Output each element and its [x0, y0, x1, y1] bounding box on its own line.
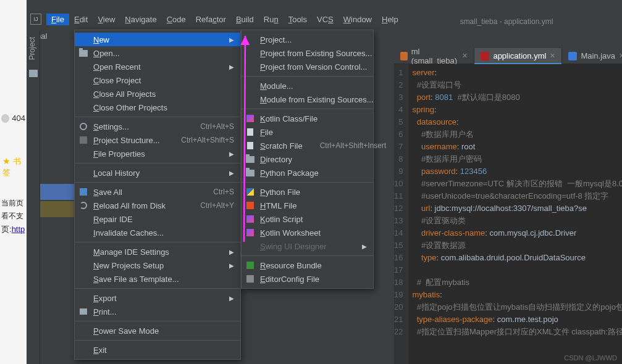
- bun-icon: [245, 260, 255, 270]
- file-menu-item-repair-ide[interactable]: Repair IDE: [75, 212, 240, 226]
- gear-icon: [78, 122, 88, 131]
- menu-help[interactable]: Help: [377, 14, 403, 25]
- code-line: port: 8081 #默认端口是8080: [412, 91, 622, 104]
- file-menu-item-exit[interactable]: Exit: [75, 343, 240, 357]
- editor[interactable]: 12345678910111213141516171819202122 serv…: [394, 64, 622, 364]
- tab-ml-small-tieba-[interactable]: ml (small_tieba)✕: [394, 48, 474, 64]
- menu-vcs[interactable]: VCS: [312, 14, 338, 25]
- chevron-right-icon: ▶: [229, 64, 234, 70]
- code-line: #serverTimezone=UTC 解决市区的报错 一般mysql是8.0以: [412, 178, 622, 190]
- new-menu-item-project-from-existing-sources[interactable]: Project from Existing Sources...: [242, 46, 373, 60]
- code-line: #指定位置扫描Mapper接口对应的XML文件 classpath:路径下: [412, 326, 622, 338]
- new-menu-item-kotlin-script[interactable]: Kotlin Script: [242, 212, 373, 226]
- code-line: #设置端口号: [412, 79, 622, 91]
- new-menu-item-resource-bundle[interactable]: Resource Bundle: [242, 259, 373, 272]
- editor-tabs: ml (small_tieba)✕application.yml✕Main.ja…: [394, 48, 622, 64]
- chevron-right-icon: ▶: [229, 295, 234, 302]
- file-menu-item-save-all[interactable]: Save AllCtrl+S: [75, 185, 240, 199]
- file-menu-item-local-history[interactable]: Local History▶: [75, 166, 240, 180]
- new-menu-item-editorconfig-file[interactable]: EditorConfig File: [242, 272, 373, 286]
- file-menu-item-new-projects-setup[interactable]: New Projects Setup▶: [75, 259, 240, 272]
- new-submenu[interactable]: Project...Project from Existing Sources.…: [241, 30, 374, 289]
- code-line: # 配置mybatis: [412, 276, 622, 289]
- file-icon: [245, 141, 255, 151]
- file-menu-item-export[interactable]: Export▶: [75, 291, 240, 305]
- file-menu-item-open[interactable]: Open...: [75, 46, 240, 60]
- new-menu-item-module-from-existing-sources[interactable]: Module from Existing Sources...: [242, 93, 373, 106]
- folder-icon: [245, 154, 255, 164]
- browser-tab[interactable]: 404: [0, 111, 27, 125]
- code-area[interactable]: server: #设置端口号 port: 8081 #默认端口是8080spri…: [408, 64, 622, 364]
- new-menu-item-project-from-version-control[interactable]: Project from Version Control...: [242, 60, 373, 73]
- blank-icon: [78, 326, 88, 336]
- menu-edit[interactable]: Edit: [69, 14, 93, 25]
- file-menu-item-close-project[interactable]: Close Project: [75, 73, 240, 87]
- tool-window-bar[interactable]: Project: [27, 31, 40, 364]
- new-menu-item-html-file[interactable]: HTML File: [242, 199, 373, 212]
- file-menu-item-reload-all-from-disk[interactable]: Reload All from DiskCtrl+Alt+Y: [75, 199, 240, 212]
- new-menu-item-kotlin-class-file[interactable]: Kotlin Class/File: [242, 112, 373, 125]
- close-icon[interactable]: ✕: [462, 52, 468, 60]
- html-icon: [245, 201, 255, 210]
- blank-icon: [78, 102, 88, 112]
- menu-code[interactable]: Code: [162, 14, 191, 25]
- code-line: spring:: [412, 104, 622, 116]
- menu-build[interactable]: Build: [231, 14, 259, 25]
- save-icon: [78, 187, 88, 197]
- code-line: type-aliases-package: com.me.test.pojo: [412, 313, 622, 326]
- blank-icon: [78, 62, 88, 72]
- menu-navigate[interactable]: Navigate: [120, 14, 161, 25]
- new-menu-item-python-file[interactable]: Python File: [242, 185, 373, 199]
- menu-view[interactable]: View: [93, 14, 120, 25]
- blank-icon: [78, 75, 88, 85]
- shortcut: Ctrl+S: [201, 188, 234, 196]
- new-menu-item-file[interactable]: File: [242, 125, 373, 139]
- file-menu-item-power-save-mode[interactable]: Power Save Mode: [75, 324, 240, 337]
- new-menu-item-directory[interactable]: Directory: [242, 152, 373, 166]
- menu-refactor[interactable]: Refactor: [191, 14, 231, 25]
- file-menu-item-open-recent[interactable]: Open Recent▶: [75, 60, 240, 73]
- file-menu-item-close-other-projects[interactable]: Close Other Projects: [75, 101, 240, 114]
- file-menu-item-project-structure[interactable]: Project Structure...Ctrl+Alt+Shift+S: [75, 133, 240, 147]
- file-menu-item-invalidate-caches[interactable]: Invalidate Caches...: [75, 226, 240, 239]
- kt-icon: [245, 214, 255, 224]
- code-line: mybatis:: [412, 289, 622, 301]
- tab-application-yml[interactable]: application.yml✕: [474, 48, 562, 64]
- shortcut: Ctrl+Alt+Y: [188, 201, 234, 210]
- tab-main-java[interactable]: Main.java✕: [562, 48, 622, 64]
- py-icon: [245, 187, 255, 197]
- java-file-icon: [568, 52, 577, 60]
- menu-run[interactable]: Run: [259, 14, 284, 25]
- file-menu-item-new[interactable]: New▶: [75, 33, 240, 46]
- gutter: 12345678910111213141516171819202122: [394, 64, 408, 364]
- new-menu-item-kotlin-worksheet[interactable]: Kotlin Worksheet: [242, 226, 373, 239]
- file-menu-item-save-file-as-template[interactable]: Save File as Template...: [75, 272, 240, 286]
- code-line: datasource:: [412, 116, 622, 128]
- new-menu-item-python-package[interactable]: Python Package: [242, 166, 373, 180]
- close-icon[interactable]: ✕: [550, 52, 555, 60]
- blank-icon: [245, 62, 255, 72]
- new-menu-item-project[interactable]: Project...: [242, 33, 373, 46]
- project-tool-button[interactable]: Project: [27, 31, 38, 66]
- file-menu-item-file-properties[interactable]: File Properties▶: [75, 147, 240, 160]
- file-menu-item-print[interactable]: Print...: [75, 305, 240, 318]
- new-menu-item-scratch-file[interactable]: Scratch FileCtrl+Alt+Shift+Insert: [242, 139, 373, 152]
- code-line: #设置驱动类: [412, 215, 622, 227]
- reload-icon: [78, 201, 88, 210]
- blank-icon: [78, 149, 88, 159]
- file-menu-item-manage-ide-settings[interactable]: Manage IDE Settings▶: [75, 245, 240, 259]
- new-menu-item-module[interactable]: Module...: [242, 79, 373, 93]
- menu-file[interactable]: File: [46, 14, 69, 25]
- kt-icon: [245, 228, 255, 238]
- file-menu-item-close-all-projects[interactable]: Close All Projects: [75, 87, 240, 101]
- code-line: driver-class-name: com.mysql.cj.jdbc.Dri…: [412, 227, 622, 239]
- file-menu[interactable]: New▶Open...Open Recent▶Close ProjectClos…: [74, 30, 241, 360]
- blank-icon: [78, 214, 88, 224]
- menu-tools[interactable]: Tools: [284, 14, 312, 25]
- menu-window[interactable]: Window: [338, 14, 377, 25]
- close-icon[interactable]: ✕: [619, 52, 622, 60]
- shortcut: Ctrl+Alt+Shift+S: [169, 136, 234, 144]
- blank-icon: [245, 241, 255, 251]
- file-menu-item-settings[interactable]: Settings...Ctrl+Alt+S: [75, 120, 240, 133]
- code-line: #userUnicode=true&characterEncoding=utf-…: [412, 190, 622, 202]
